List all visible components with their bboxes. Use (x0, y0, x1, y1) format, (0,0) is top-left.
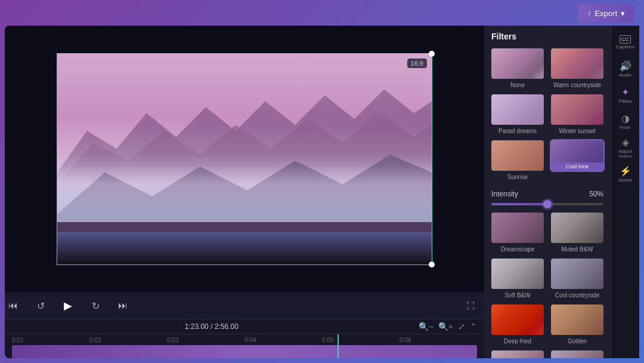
main-content: 16:9 ⏮ ↺ ▶ ↻ ⏭ ⛶ 1:23.00 / 2:56.00 (5, 26, 639, 358)
intensity-slider-thumb[interactable] (543, 200, 552, 208)
filter-thumb-inner-cool-countryside (551, 259, 603, 289)
ruler-mark-1: 0:01 (12, 337, 89, 343)
adjust-colors-icon-button[interactable]: ◈ Adjust colors (614, 136, 637, 159)
filter-thumb-cool-tone: Cool tone (550, 139, 605, 172)
filter-thumb-cool-countryside (550, 257, 605, 290)
filter-item-warm-countryside[interactable]: Warm countryside (550, 47, 605, 88)
fit-button[interactable]: ⤢ (458, 322, 465, 331)
filter-thumb-muted-bw (550, 211, 605, 244)
filter-grid-2: Dreamscape Muted B&W Soft B& (484, 211, 611, 358)
intensity-value: 50% (589, 190, 603, 198)
video-preview (57, 54, 432, 264)
skip-forward-button[interactable]: ⏭ (114, 297, 131, 314)
filter-thumb-inner-sunrise (491, 140, 544, 171)
intensity-label: Intensity (491, 190, 518, 198)
captions-label: Captions (616, 45, 635, 50)
filter-item-extra1[interactable] (490, 349, 545, 358)
selected-filter-label: Cool tone (551, 162, 603, 171)
timeline-track[interactable]: 0:01 0:02 0:03 0:04 0:05 0:06 (5, 334, 484, 358)
speed-icon-button[interactable]: ⚡ Speed (614, 162, 637, 186)
filter-thumb-sunrise (490, 139, 545, 172)
video-frame: 16:9 (57, 53, 432, 265)
filter-thumb-pastel-dreams (490, 93, 545, 126)
top-bar: ↑ Export ▾ (5, 5, 639, 22)
filter-item-dreamscape[interactable]: Dreamscape (490, 211, 545, 253)
filter-name-sunrise: Sunrise (490, 174, 545, 180)
filter-thumb-inner-golden (551, 304, 603, 335)
intensity-slider-fill (491, 203, 547, 205)
filter-name-soft-bw: Soft B&W (490, 292, 545, 299)
filter-item-pastel-dreams[interactable]: Pastel dreams (490, 93, 545, 134)
filter-item-soft-bw[interactable]: Soft B&W (490, 257, 545, 299)
zoom-out-button[interactable]: 🔍− (419, 322, 434, 331)
timeline-area: 1:23.00 / 2:56.00 🔍− 🔍+ ⤢ ⌃ 0:01 (5, 319, 484, 358)
filter-item-none[interactable]: None (490, 47, 545, 88)
fade-label: Fade (620, 125, 630, 130)
ruler-marks: 0:01 0:02 0:03 0:04 0:05 0:06 (12, 337, 477, 343)
ruler-mark-4: 0:04 (244, 337, 322, 343)
filter-thumb-inner-none (491, 48, 544, 79)
filter-name-pastel-dreams: Pastel dreams (490, 128, 545, 134)
filters-icon-button[interactable]: ✦ Filters (614, 83, 637, 107)
aspect-ratio-badge: 16:9 (407, 59, 427, 68)
filter-thumb-inner-warm (551, 48, 603, 79)
filter-thumb-inner-winter (551, 94, 603, 125)
time-ruler: 0:01 0:02 0:03 0:04 0:05 0:06 (5, 334, 484, 345)
cloud-layer (57, 128, 432, 223)
filter-item-golden[interactable]: Golden (550, 303, 605, 344)
filter-item-winter-sunset[interactable]: Winter sunset (550, 93, 605, 134)
filter-name-dreamscape: Dreamscape (490, 246, 545, 253)
filter-thumb-inner-deep-fried (491, 304, 544, 335)
filters-panel-title: Filters (484, 32, 611, 47)
filter-item-cool-tone[interactable]: Cool tone (550, 139, 605, 180)
ruler-mark-2: 0:02 (89, 337, 167, 343)
filter-item-cool-countryside[interactable]: Cool countryside (550, 257, 605, 299)
play-button[interactable]: ▶ (60, 297, 76, 314)
audio-label: Audio (619, 73, 631, 78)
ruler-mark-6: 0:06 (400, 337, 477, 343)
playhead (338, 334, 339, 358)
intensity-slider-track[interactable] (491, 203, 603, 205)
fade-icon-button[interactable]: ◑ Fade (614, 109, 637, 133)
filter-thumb-extra1 (490, 349, 545, 358)
filter-thumb-inner-muted-bw (551, 213, 603, 243)
fade-icon: ◑ (621, 113, 630, 124)
right-sidebar: Filters None Warm co (484, 26, 639, 358)
timeline-controls: 🔍− 🔍+ ⤢ ⌃ (419, 322, 477, 331)
captions-icon-button[interactable]: CC Captions (614, 30, 637, 54)
app-container: ↑ Export ▾ (0, 0, 644, 363)
resize-handle-bottom-right[interactable] (429, 262, 435, 267)
filter-name-deep-fried: Deep fried (490, 338, 545, 344)
filter-name-golden: Golden (550, 338, 605, 344)
filter-thumb-inner-pastel (491, 94, 544, 125)
filters-panel: Filters None Warm co (484, 26, 611, 358)
fast-forward-button[interactable]: ↻ (87, 297, 104, 314)
total-time: 2:56.00 (215, 322, 239, 331)
filter-thumb-inner-extra1 (491, 350, 544, 358)
export-button[interactable]: ↑ Export ▾ (578, 5, 634, 22)
skip-back-button[interactable]: ⏮ (5, 297, 21, 314)
filter-thumb-deep-fried (490, 303, 545, 336)
expand-button[interactable]: ⛶ (466, 301, 475, 310)
ruler-mark-5: 0:05 (322, 337, 400, 343)
filter-name-winter-sunset: Winter sunset (550, 128, 605, 134)
filter-thumb-dreamscape (490, 211, 545, 244)
adjust-colors-icon: ◈ (622, 137, 629, 148)
filter-thumb-warm-countryside (550, 47, 605, 80)
filter-item-sunrise[interactable]: Sunrise (490, 139, 545, 180)
filter-thumb-golden (550, 303, 605, 336)
filter-item-extra2[interactable] (550, 349, 605, 358)
resize-handle-top-right[interactable] (429, 51, 435, 57)
rewind-button[interactable]: ↺ (32, 297, 49, 314)
time-display: 1:23.00 / 2:56.00 (12, 322, 411, 331)
zoom-in-button[interactable]: 🔍+ (438, 322, 453, 331)
filter-item-deep-fried[interactable]: Deep fried (490, 303, 545, 344)
speed-label: Speed (618, 178, 632, 183)
collapse-button[interactable]: ⌃ (470, 322, 477, 331)
filter-item-muted-bw[interactable]: Muted B&W (550, 211, 605, 253)
audio-icon-button[interactable]: 🔊 Audio (614, 57, 637, 81)
current-time: 1:23.00 (185, 322, 209, 331)
intensity-section: Intensity 50% (484, 186, 611, 211)
filters-label: Filters (619, 99, 632, 104)
ruler-mark-3: 0:03 (167, 337, 244, 343)
